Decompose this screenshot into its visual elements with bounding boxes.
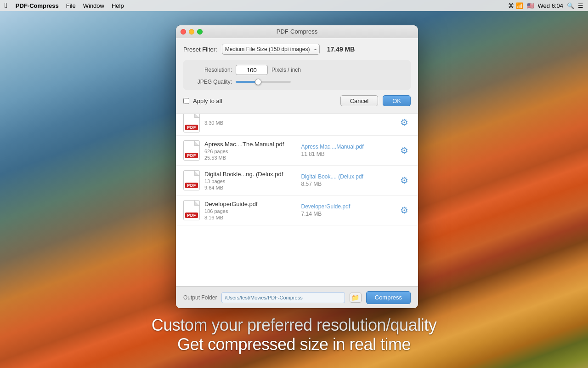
output-folder-label: Output Folder (183, 294, 217, 301)
compress-button[interactable]: Compress (366, 291, 411, 304)
gear-icon: ⚙ (400, 117, 408, 128)
tagline-line2: Get compressed size in real time (0, 335, 588, 354)
pdf-icon: PDF (183, 200, 200, 220)
table-row: PDF 3.30 MB ⚙ (176, 110, 418, 136)
title-bar: PDF-Compress (176, 25, 418, 38)
preset-size: 17.49 MB (327, 46, 355, 53)
apply-to-all-label: Apply to all (193, 98, 222, 104)
file-size: 25.53 MB (204, 155, 297, 161)
file-info: Apress.Mac....The.Manual.pdf 626 pages 2… (204, 141, 297, 161)
file-name: DeveloperGuide.pdf (204, 201, 297, 207)
gear-icon: ⚙ (400, 205, 408, 216)
help-menu[interactable]: Help (108, 2, 128, 9)
output-path: /Users/test/Movies/PDF-Compress (221, 292, 345, 303)
pdf-icon: PDF (183, 170, 200, 190)
preset-panel: Preset Filter: Medium File Size (150 dpi… (176, 38, 418, 114)
output-path-text: /Users/test/Movies/PDF-Compress (225, 295, 302, 300)
apple-menu[interactable]:  (0, 1, 12, 10)
table-row: PDF DeveloperGuide.pdf 186 pages 8.16 MB… (176, 196, 418, 225)
file-info: DeveloperGuide.pdf 186 pages 8.16 MB (204, 201, 297, 220)
output-name: Digital Book.... (Delux.pdf (301, 173, 394, 180)
file-menu[interactable]: File (62, 2, 79, 9)
table-row: PDF Apress.Mac....The.Manual.pdf 626 pag… (176, 136, 418, 166)
window-title: PDF-Compress (277, 28, 318, 35)
file-size: 8.16 MB (204, 215, 297, 220)
preset-select[interactable]: Medium File Size (150 dpi images) Low Fi… (222, 44, 320, 55)
file-pages: 186 pages (204, 208, 297, 214)
tagline-line1: Custom your preferred resolution/quality (0, 316, 588, 335)
gear-button[interactable]: ⚙ (398, 116, 411, 129)
output-name: DeveloperGuide.pdf (301, 203, 394, 210)
file-pages: 626 pages (204, 149, 297, 154)
bottom-text: Custom your preferred resolution/quality… (0, 316, 588, 354)
pdf-icon: PDF (183, 140, 200, 161)
file-output: Digital Book.... (Delux.pdf 8.57 MB (301, 173, 394, 187)
bottom-bar: Output Folder /Users/test/Movies/PDF-Com… (176, 286, 418, 308)
menu-bar:  PDF-Compress File Window Help ⌘ 📶 🇺🇸 W… (0, 0, 588, 11)
file-info: 3.30 MB (204, 119, 297, 126)
table-row: PDF Digital Bookle...ng. (Delux.pdf 13 p… (176, 166, 418, 196)
gear-button[interactable]: ⚙ (398, 204, 411, 217)
output-size: 7.14 MB (301, 211, 394, 217)
maximize-button[interactable] (197, 29, 203, 34)
search-icon[interactable]: 🔍 (567, 2, 574, 9)
jpeg-quality-label: JPEG Quality: (191, 79, 232, 85)
gear-button[interactable]: ⚙ (398, 174, 411, 187)
traffic-lights (176, 29, 203, 34)
output-size: 8.57 MB (301, 181, 394, 187)
gear-icon: ⚙ (400, 175, 408, 186)
pdf-icon: PDF (183, 112, 200, 132)
preset-filter-label: Preset Filter: (183, 46, 217, 53)
ppi-label: Pixels / inch (271, 67, 301, 73)
apply-to-all-checkbox[interactable] (183, 98, 189, 104)
ok-button[interactable]: OK (383, 95, 411, 106)
resolution-input[interactable] (236, 65, 268, 75)
wifi-icon: ⌘ 📶 (508, 2, 523, 9)
file-output: Apress.Mac....Manual.pdf 11.81 MB (301, 144, 394, 157)
app-menu-name[interactable]: PDF-Compress (12, 2, 62, 9)
file-pages: 13 pages (204, 178, 297, 184)
jpeg-quality-slider[interactable] (236, 81, 291, 83)
flag-icon: 🇺🇸 (527, 2, 534, 9)
file-output: DeveloperGuide.pdf 7.14 MB (301, 203, 394, 217)
window-menu[interactable]: Window (79, 2, 108, 9)
cancel-button[interactable]: Cancel (340, 95, 378, 106)
file-size: 9.64 MB (204, 185, 297, 190)
gear-button[interactable]: ⚙ (398, 144, 411, 157)
folder-browse-button[interactable]: 📁 (350, 293, 362, 303)
resolution-label: Resolution: (191, 67, 232, 73)
file-name: Digital Bookle...ng. (Delux.pdf (204, 171, 297, 178)
file-info: Digital Bookle...ng. (Delux.pdf 13 pages… (204, 171, 297, 190)
gear-icon: ⚙ (400, 145, 408, 156)
clock: Wed 6:04 (538, 2, 563, 9)
file-size: 3.30 MB (204, 120, 297, 126)
output-size: 11.81 MB (301, 151, 394, 157)
minimize-button[interactable] (189, 29, 194, 34)
file-list: PDF 3.30 MB ⚙ PDF Apress.Mac....The.Manu… (176, 110, 418, 286)
app-window: PDF-Compress Preset Filter: Medium File … (176, 25, 418, 308)
file-name: Apress.Mac....The.Manual.pdf (204, 141, 297, 148)
preset-select-wrapper[interactable]: Medium File Size (150 dpi images) Low Fi… (222, 44, 320, 55)
output-name: Apress.Mac....Manual.pdf (301, 144, 394, 150)
list-icon[interactable]: ☰ (578, 2, 583, 9)
settings-grid: Resolution: Pixels / inch JPEG Quality: (183, 60, 411, 90)
close-button[interactable] (181, 29, 186, 34)
